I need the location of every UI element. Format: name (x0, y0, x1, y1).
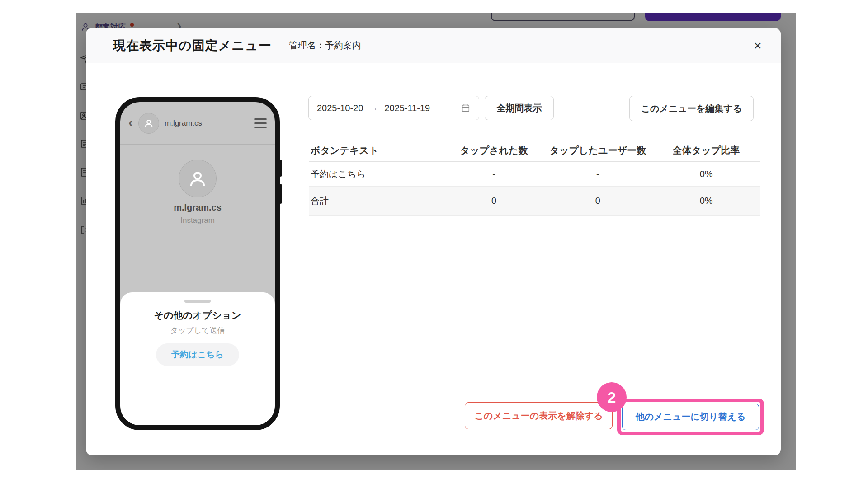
drag-handle (184, 300, 211, 303)
arrow-right-icon: → (369, 103, 378, 113)
phone-side-button (280, 160, 282, 177)
cell-tap-count: 0 (444, 196, 544, 206)
cell-tap-rate: 0% (652, 169, 760, 179)
cell-tap-rate: 0% (652, 196, 760, 206)
modal-title: 現在表示中の固定メニュー (113, 37, 272, 54)
step-badge: 2 (597, 382, 627, 412)
col-header-user-count: タップしたユーザー数 (543, 144, 652, 157)
phone-bottom-sheet: その他のオプション タップして送信 予約はこちら (120, 292, 275, 425)
sheet-menu-button: 予約はこちら (156, 343, 239, 366)
cell-user-count: - (543, 169, 652, 179)
calendar-icon[interactable] (461, 103, 471, 113)
col-header-tap-rate: 全体タップ比率 (652, 144, 760, 157)
profile-name: m.lgram.cs (120, 202, 275, 213)
hamburger-icon (254, 118, 267, 128)
date-range-input[interactable]: 2025-10-20 → 2025-11-19 (308, 96, 479, 120)
phone-preview: ‹ m.lgram.cs m.lgram.cs Instagram その他のオプ… (115, 97, 280, 430)
phone-header-username: m.lgram.cs (165, 119, 202, 128)
tap-stats-table: ボタンテキスト タップされた数 タップしたユーザー数 全体タップ比率 予約はこち… (309, 139, 760, 216)
table-row: 予約はこちら - - 0% (309, 162, 760, 187)
app-window: 顧客対応 ❯ 現在表示中の固定メニュー 管理名：予約案内 × (76, 13, 796, 470)
sheet-title: その他のオプション (120, 309, 275, 322)
phone-side-button (280, 184, 282, 204)
profile-avatar (179, 160, 217, 197)
sheet-subtitle: タップして送信 (120, 325, 275, 336)
cell-button-text: 合計 (309, 195, 444, 207)
switch-menu-button[interactable]: 他のメニューに切り替える (622, 404, 759, 430)
date-to-value[interactable]: 2025-11-19 (384, 103, 430, 113)
col-header-tap-count: タップされた数 (444, 144, 544, 157)
edit-menu-button[interactable]: このメニューを編集する (629, 96, 754, 121)
release-menu-button[interactable]: このメニューの表示を解除する (465, 402, 613, 429)
table-header-row: ボタンテキスト タップされた数 タップしたユーザー数 全体タップ比率 (309, 139, 760, 162)
modal-header: 現在表示中の固定メニュー 管理名：予約案内 × (86, 28, 781, 63)
close-icon[interactable]: × (749, 37, 766, 54)
highlight-box: 他のメニューに切り替える (617, 399, 764, 435)
fixed-menu-modal: 現在表示中の固定メニュー 管理名：予約案内 × ‹ m.lgram.cs (86, 28, 781, 455)
back-chevron-icon: ‹ (128, 116, 133, 129)
modal-subtitle: 管理名：予約案内 (289, 39, 361, 52)
cell-tap-count: - (444, 169, 544, 179)
full-period-button[interactable]: 全期間表示 (485, 96, 554, 120)
table-total-row: 合計 0 0 0% (309, 187, 760, 216)
cell-button-text: 予約はこちら (309, 168, 444, 180)
cell-user-count: 0 (543, 196, 652, 206)
avatar (138, 113, 159, 134)
phone-chat-header: ‹ m.lgram.cs (120, 102, 275, 145)
date-from-value[interactable]: 2025-10-20 (317, 103, 363, 113)
profile-service: Instagram (120, 216, 275, 225)
col-header-button-text: ボタンテキスト (309, 144, 444, 157)
